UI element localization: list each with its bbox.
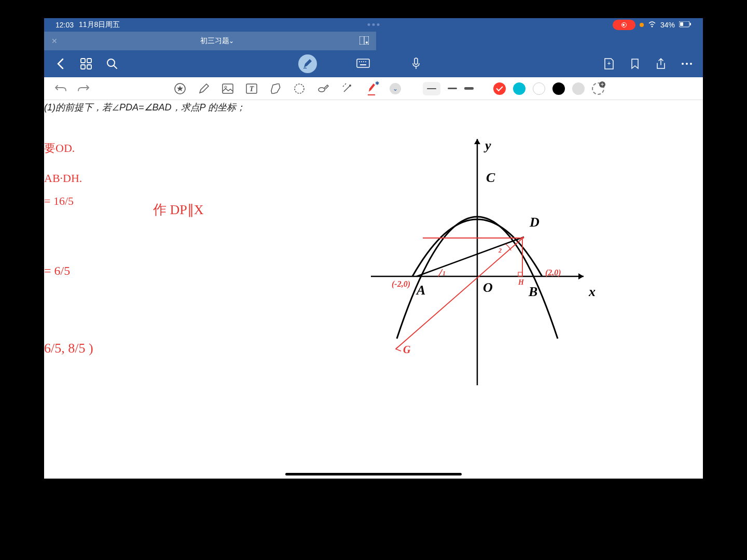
status-date: 11月8日周五 — [79, 20, 120, 30]
svg-text:G: G — [403, 344, 411, 355]
svg-point-17 — [365, 61, 366, 62]
home-indicator[interactable] — [285, 473, 462, 475]
svg-point-6 — [366, 41, 368, 44]
svg-point-32 — [349, 85, 351, 87]
stroke-medium[interactable] — [448, 88, 457, 89]
svg-text:+: + — [607, 60, 611, 67]
redo-icon[interactable] — [76, 81, 91, 96]
image-tool-icon[interactable] — [220, 81, 235, 96]
svg-text:A: A — [416, 283, 425, 298]
stroke-thin[interactable] — [423, 82, 440, 95]
svg-point-31 — [319, 88, 325, 92]
pencil-tool-icon[interactable] — [197, 81, 211, 96]
split-view-icon[interactable] — [359, 36, 369, 46]
svg-rect-18 — [360, 64, 366, 65]
bookmark-icon[interactable] — [628, 57, 642, 71]
pen-mode-button[interactable] — [298, 54, 317, 73]
math-graph: y x C D A B O (-2,0) (2,0) H G 1 2 — [361, 131, 599, 401]
tape-tool-icon[interactable] — [316, 81, 330, 96]
svg-text:(-2,0): (-2,0) — [392, 279, 410, 289]
svg-text:C: C — [486, 170, 495, 185]
svg-text:2: 2 — [498, 247, 502, 254]
tab-title: 初三习题 — [200, 36, 229, 46]
screen-record-indicator[interactable] — [613, 20, 635, 30]
tab-chevron-icon[interactable]: ⌄ — [229, 37, 234, 45]
svg-rect-3 — [690, 23, 691, 25]
color-black[interactable] — [552, 82, 565, 95]
search-icon[interactable] — [105, 57, 119, 71]
problem-text: (1)的前提下，若∠PDA=∠BAD，求点P 的坐标； — [44, 101, 245, 114]
note-6: 6/5, 8/5 ) — [44, 341, 93, 356]
svg-point-14 — [359, 61, 360, 62]
svg-text:1: 1 — [442, 270, 446, 277]
note-5: = 6/5 — [44, 264, 70, 278]
svg-rect-2 — [680, 22, 683, 26]
grid-icon[interactable] — [79, 57, 93, 71]
multitask-dots[interactable] — [368, 23, 380, 26]
magic-pen-tool-icon[interactable] — [340, 81, 354, 96]
note-3: = 16/5 — [44, 194, 74, 208]
svg-text:B: B — [528, 284, 537, 299]
note-1: 要OD. — [44, 141, 75, 156]
note-2: AB·DH. — [44, 172, 82, 185]
drawing-canvas[interactable]: (1)的前提下，若∠PDA=∠BAD，求点P 的坐标； 要OD. AB·DH. … — [44, 100, 703, 479]
svg-text:D: D — [529, 215, 540, 230]
svg-point-0 — [651, 26, 653, 27]
stroke-thick[interactable] — [464, 87, 474, 90]
note-4: 作 DP∥X — [153, 201, 204, 219]
drawing-toolbar: T ✱ ⌄ — [44, 77, 703, 100]
active-pen-tool-icon[interactable]: ✱ — [364, 81, 378, 96]
text-tool-icon[interactable]: T — [244, 81, 259, 96]
svg-point-15 — [361, 61, 362, 62]
svg-point-22 — [682, 63, 684, 65]
svg-point-30 — [295, 84, 304, 93]
microphone-icon[interactable] — [409, 57, 423, 71]
favorites-tool-icon[interactable] — [173, 81, 187, 96]
color-cyan[interactable] — [513, 82, 525, 95]
svg-rect-19 — [414, 58, 418, 64]
pen-options-chevron-icon[interactable]: ⌄ — [390, 83, 401, 94]
back-icon[interactable] — [53, 57, 67, 71]
svg-line-12 — [114, 65, 117, 68]
add-page-icon[interactable]: + — [602, 57, 616, 71]
wifi-icon — [648, 21, 656, 29]
svg-text:T: T — [250, 85, 255, 93]
svg-point-24 — [690, 63, 692, 65]
svg-text:H: H — [518, 278, 524, 286]
share-icon[interactable] — [654, 57, 668, 71]
svg-line-40 — [396, 237, 524, 349]
svg-text:(2,0): (2,0) — [545, 268, 561, 277]
svg-rect-10 — [87, 65, 91, 69]
svg-text:y: y — [483, 138, 491, 153]
add-color-icon[interactable] — [592, 82, 604, 95]
eraser-tool-icon[interactable] — [268, 81, 283, 96]
stroke-width-group — [423, 82, 474, 95]
document-tab-bar: ✕ 初三习题 ⌄ — [44, 32, 703, 50]
status-time: 12:03 — [56, 21, 74, 29]
battery-icon — [679, 21, 691, 29]
svg-text:x: x — [588, 284, 596, 299]
svg-point-23 — [686, 63, 688, 65]
color-red[interactable] — [493, 82, 506, 95]
svg-line-36 — [417, 237, 524, 276]
lasso-tool-icon[interactable] — [292, 81, 307, 96]
mic-active-dot — [640, 23, 644, 27]
svg-rect-13 — [357, 59, 369, 67]
main-toolbar: + — [44, 50, 703, 77]
keyboard-icon[interactable] — [356, 57, 370, 71]
svg-text:O: O — [483, 280, 493, 295]
svg-rect-9 — [81, 65, 85, 69]
svg-rect-8 — [87, 59, 91, 63]
svg-rect-7 — [81, 59, 85, 63]
svg-rect-26 — [223, 84, 233, 93]
battery-percent: 34% — [660, 21, 675, 29]
more-icon[interactable] — [680, 57, 694, 71]
color-palette — [493, 82, 604, 95]
tab-close-icon[interactable]: ✕ — [51, 37, 58, 45]
svg-point-16 — [363, 61, 364, 62]
ipad-status-bar: 12:03 11月8日周五 34% — [44, 18, 703, 32]
color-white[interactable] — [533, 82, 545, 95]
document-tab[interactable]: ✕ 初三习题 ⌄ — [44, 32, 376, 50]
color-gray[interactable] — [572, 82, 585, 95]
undo-icon[interactable] — [53, 81, 68, 96]
